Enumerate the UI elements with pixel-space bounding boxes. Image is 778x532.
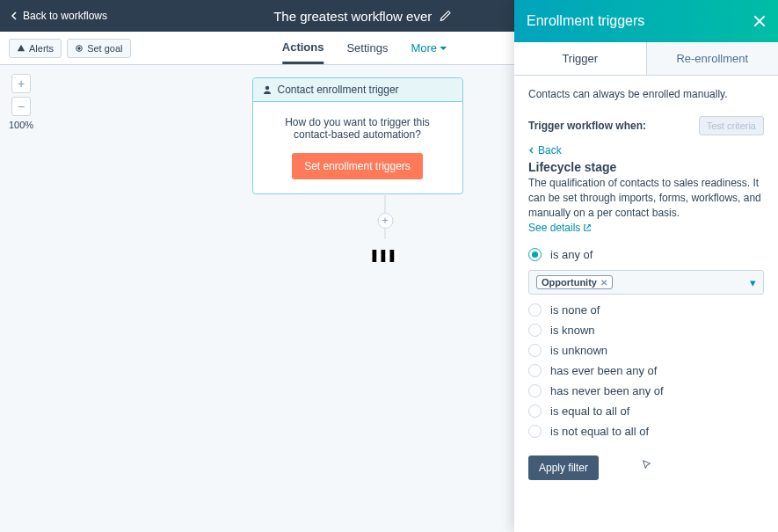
radio-icon — [528, 303, 542, 317]
radio-label: is not equal to all of — [550, 425, 649, 438]
target-icon — [75, 44, 84, 53]
tab-more-label: More — [411, 41, 437, 55]
apply-filter-button[interactable]: Apply filter — [528, 455, 599, 480]
close-icon[interactable] — [752, 13, 767, 29]
workflow-connector: + — [372, 195, 398, 262]
alerts-button[interactable]: Alerts — [9, 39, 62, 58]
svg-line-6 — [587, 225, 591, 229]
radio-label: has never been any of — [550, 384, 664, 397]
radio-icon — [528, 384, 542, 397]
radio-icon — [528, 364, 542, 377]
radio-icon — [528, 344, 542, 357]
workflow-title-wrap: The greatest workflow ever — [273, 9, 451, 24]
panel-back-link[interactable]: Back — [528, 144, 764, 157]
see-details-label: See details — [528, 222, 580, 234]
radio-icon — [528, 425, 542, 438]
svg-point-3 — [265, 86, 268, 90]
svg-marker-2 — [440, 47, 447, 50]
radio-equal-all[interactable]: is equal to all of — [528, 401, 764, 421]
radio-icon — [528, 404, 542, 418]
radio-icon — [528, 248, 542, 261]
set-goal-label: Set goal — [87, 43, 122, 54]
caret-down-icon: ▾ — [750, 276, 756, 289]
enroll-card-title: Contact enrollment trigger — [278, 84, 399, 96]
zoom-percent: 100% — [9, 120, 33, 130]
connector-line-2 — [385, 229, 386, 239]
enrollment-trigger-card[interactable]: Contact enrollment trigger How do you wa… — [252, 77, 463, 194]
chip-label: Opportunity — [542, 277, 597, 288]
radio-is-unknown[interactable]: is unknown — [528, 340, 764, 361]
radio-is-none-of[interactable]: is none of — [528, 300, 764, 320]
zoom-in-button[interactable]: + — [11, 74, 31, 93]
tab-settings[interactable]: Settings — [346, 32, 388, 64]
chip-remove-icon[interactable]: ✕ — [600, 278, 607, 288]
panel-tab-reenrollment[interactable]: Re-enrollment — [647, 42, 779, 75]
radio-label: is equal to all of — [550, 404, 629, 418]
enroll-card-question: How do you want to trigger this contact-… — [269, 116, 447, 141]
test-criteria-button[interactable]: Test criteria — [699, 116, 764, 135]
tab-more[interactable]: More — [411, 32, 447, 64]
workflow-title: The greatest workflow ever — [273, 9, 432, 24]
filter-property-desc: The qualification of contacts to sales r… — [528, 176, 764, 220]
panel-tab-trigger[interactable]: Trigger — [514, 42, 647, 75]
value-select[interactable]: Opportunity ✕ ▾ — [528, 270, 764, 295]
chevron-left-icon — [11, 11, 19, 20]
radio-icon — [528, 324, 542, 337]
chevron-left-icon — [528, 147, 535, 154]
zoom-controls: + − 100% — [9, 74, 33, 130]
manual-enroll-note: Contacts can always be enrolled manually… — [528, 88, 764, 100]
main-tabs: Actions Settings More — [282, 32, 447, 64]
enroll-card-header: Contact enrollment trigger — [253, 78, 462, 102]
alert-icon — [17, 44, 25, 53]
value-chip[interactable]: Opportunity ✕ — [536, 275, 613, 289]
radio-has-never-been[interactable]: has never been any of — [528, 381, 764, 401]
trigger-when-label: Trigger workflow when: — [528, 120, 646, 132]
external-link-icon — [583, 223, 592, 232]
panel-tabs: Trigger Re-enrollment — [514, 42, 778, 76]
radio-label: has ever been any of — [550, 364, 657, 377]
panel-back-label: Back — [538, 144, 562, 157]
filter-property-title: Lifecycle stage — [528, 160, 764, 174]
radio-label: is any of — [550, 248, 593, 261]
radio-label: is none of — [550, 303, 600, 317]
radio-not-equal-all[interactable]: is not equal to all of — [528, 421, 764, 441]
enrollment-triggers-panel: Enrollment triggers Trigger Re-enrollmen… — [514, 0, 778, 532]
contact-icon — [262, 84, 273, 95]
radio-label: is unknown — [550, 344, 607, 357]
panel-body: Contacts can always be enrolled manually… — [514, 76, 778, 492]
cursor-icon — [641, 459, 653, 471]
tab-actions[interactable]: Actions — [282, 32, 324, 64]
alerts-label: Alerts — [29, 43, 54, 54]
finish-flag-icon — [372, 250, 398, 262]
set-goal-button[interactable]: Set goal — [67, 39, 130, 58]
radio-has-ever-been[interactable]: has ever been any of — [528, 361, 764, 381]
svg-point-1 — [78, 47, 81, 49]
operator-radio-list: is any of Opportunity ✕ ▾ is none of is … — [528, 244, 764, 441]
radio-is-known[interactable]: is known — [528, 320, 764, 340]
panel-title: Enrollment triggers — [527, 13, 644, 29]
connector-line — [385, 195, 386, 213]
zoom-out-button[interactable]: − — [11, 97, 31, 116]
back-label: Back to workflows — [23, 10, 107, 22]
panel-header: Enrollment triggers — [514, 0, 778, 42]
back-to-workflows-link[interactable]: Back to workflows — [11, 10, 107, 22]
see-details-link[interactable]: See details — [528, 222, 592, 234]
set-enrollment-triggers-button[interactable]: Set enrollment triggers — [292, 153, 423, 179]
add-action-node[interactable]: + — [377, 213, 393, 229]
enroll-card-body: How do you want to trigger this contact-… — [253, 102, 462, 193]
pencil-icon[interactable] — [439, 10, 451, 22]
caret-down-icon — [440, 45, 447, 52]
radio-is-any-of[interactable]: is any of — [528, 244, 764, 265]
radio-label: is known — [550, 324, 595, 337]
